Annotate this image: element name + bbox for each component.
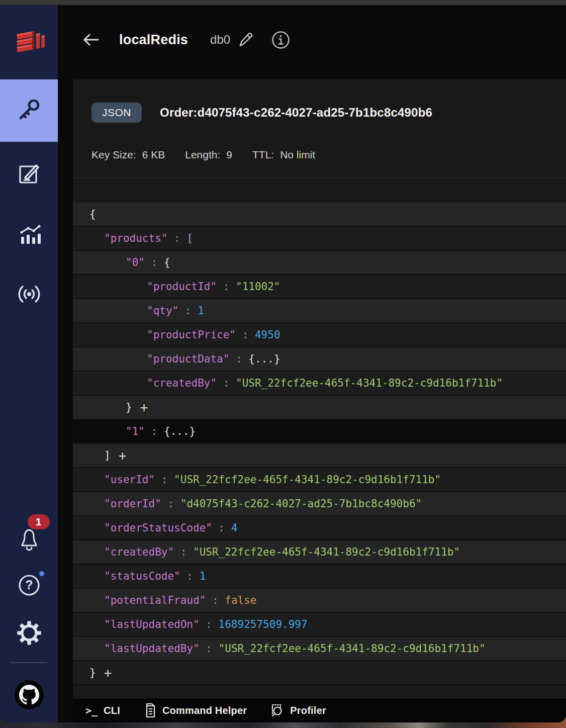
json-token-key: "qty" [147,305,178,317]
json-token-key: "products" [104,232,167,244]
key-name[interactable]: Order:d4075f43-c262-4027-ad25-7b1bc8c490… [160,106,432,120]
sidebar-bottom-group: 1 ? [0,525,58,722]
json-row[interactable]: }+ [73,396,566,420]
json-token-string: "11002" [236,281,280,293]
json-token-key: "productId" [147,281,217,293]
command-helper-icon [142,703,156,718]
json-token-boolean: false [225,594,256,606]
json-token-colon: : [229,353,248,365]
key-meta-row: Key Size: 6 KB Length: 9 TTL: No limit [73,149,566,161]
json-tree: {"products" : ["0" : {"productId" : "110… [73,203,566,698]
json-row[interactable]: "productId" : "11002" [73,275,566,299]
json-token-string: "d4075f43-c262-4027-ad25-7b1bc8c490b6" [180,498,422,510]
json-token-punct: } [126,401,132,413]
json-token-key: "lastUpdatedOn" [104,618,200,630]
github-button[interactable] [15,680,44,709]
cli-icon: >_ [85,704,98,716]
json-row[interactable]: "orderId" : "d4075f43-c262-4027-ad25-7b1… [73,492,566,516]
json-row[interactable]: "0" : { [73,251,566,275]
json-token-colon: : [217,281,236,293]
sidebar-item-analytics[interactable] [0,221,58,249]
bottom-toolbar: >_ CLI Command Helper [73,698,566,722]
json-token-key: "1" [126,425,145,437]
svg-text:?: ? [25,578,33,592]
json-token-colon: : [200,618,219,630]
json-token-punct: { [89,208,96,220]
json-token-key: "orderStatusCode" [104,522,212,534]
json-row[interactable]: "productPrice" : 4950 [73,323,566,347]
key-ttl-meta[interactable]: TTL: No limit [252,149,315,161]
json-row[interactable]: "userId" : "USR_22fcf2ee-465f-4341-89c2-… [73,468,566,492]
json-row[interactable]: }+ [73,661,566,685]
json-row[interactable]: "orderStatusCode" : 4 [73,516,566,540]
json-token-punct: } [89,667,96,679]
json-token-colon: : [200,643,219,655]
json-row[interactable]: "createdBy" : "USR_22fcf2ee-465f-4341-89… [73,540,566,565]
cli-button[interactable]: >_ CLI [85,704,120,716]
json-row[interactable]: "1" : {...} [73,420,566,444]
database-index: db0 [210,33,230,47]
json-token-colon: : [180,570,200,582]
json-token-punct: ] [104,449,111,462]
key-size-meta: Key Size: 6 KB [91,149,165,161]
json-row[interactable]: { [73,203,566,227]
settings-button[interactable] [16,620,42,646]
json-token-key: "productData" [147,353,229,365]
json-token-colon: : [145,256,164,268]
key-type-badge: JSON [91,103,142,123]
command-helper-button[interactable]: Command Helper [142,703,247,718]
profiler-button[interactable]: Profiler [269,703,326,718]
json-token-key: "statusCode" [104,570,180,582]
github-icon [19,685,39,705]
json-token-string: "USR_22fcf2ee-465f-4341-89c2-c9d16b1f711… [174,474,441,486]
help-icon: ? [17,573,42,598]
topbar: localRedis db0 [58,5,566,74]
chart-icon [17,223,41,247]
json-token-string: "USR_22fcf2ee-465f-4341-89c2-c9d16b1f711… [219,643,486,655]
json-token-key: "createdBy" [104,546,174,558]
json-token-key: "userId" [104,474,155,486]
json-row[interactable]: "lastUpdatedOn" : 1689257509.997 [73,613,566,637]
json-token-colon: : [206,594,225,606]
json-token-punct: {...} [248,353,280,365]
expand-add-button[interactable]: + [119,449,127,462]
json-token-colon: : [161,498,180,510]
json-token-key: "potentialFraud" [104,594,206,606]
json-token-colon: : [217,377,236,389]
json-token-colon: : [145,425,164,437]
key-header: JSON Order:d4075f43-c262-4027-ad25-7b1bc… [73,79,566,123]
json-row[interactable]: ]+ [73,444,566,468]
sidebar-item-browser[interactable] [0,79,58,142]
sidebar-item-pubsub[interactable] [0,280,58,308]
json-row[interactable]: "lastUpdatedBy" : "USR_22fcf2ee-465f-434… [73,637,566,661]
sidebar-divider [11,662,47,663]
json-row[interactable]: "statusCode" : 1 [73,565,566,589]
json-token-string: "USR_22fcf2ee-465f-4341-89c2-c9d16b1f711… [236,377,503,389]
expand-add-button[interactable]: + [140,401,148,414]
pubsub-icon [15,283,43,306]
json-row[interactable]: "createdBy" : "USR_22fcf2ee-465f-4341-89… [73,372,566,396]
json-token-key: "0" [126,256,145,268]
json-row[interactable]: "qty" : 1 [73,299,566,323]
json-token-string: "USR_22fcf2ee-465f-4341-89c2-c9d16b1f711… [193,546,460,558]
profiler-icon [269,703,284,718]
app-window: 1 ? [0,0,566,722]
json-row[interactable]: "products" : [ [73,227,566,251]
json-token-colon: : [167,232,186,244]
sidebar-item-workbench[interactable] [0,159,58,188]
key-details-panel: JSON Order:d4075f43-c262-4027-ad25-7b1bc… [73,79,566,698]
json-row[interactable]: "productData" : {...} [73,347,566,372]
edit-alias-pencil-icon[interactable] [237,32,253,48]
json-token-colon: : [212,522,231,534]
redis-logo-icon [14,22,45,56]
json-token-punct: {...} [164,425,196,437]
help-button[interactable]: ? [17,573,42,598]
json-token-colon: : [155,474,174,486]
back-button[interactable] [82,31,100,49]
expand-add-button[interactable]: + [104,666,112,679]
info-icon[interactable] [271,31,290,49]
notifications-button[interactable]: 1 [17,525,42,552]
json-row[interactable]: "potentialFraud" : false [73,589,566,613]
sidebar: 1 ? [0,5,58,722]
json-token-bracket: [ [186,232,193,244]
